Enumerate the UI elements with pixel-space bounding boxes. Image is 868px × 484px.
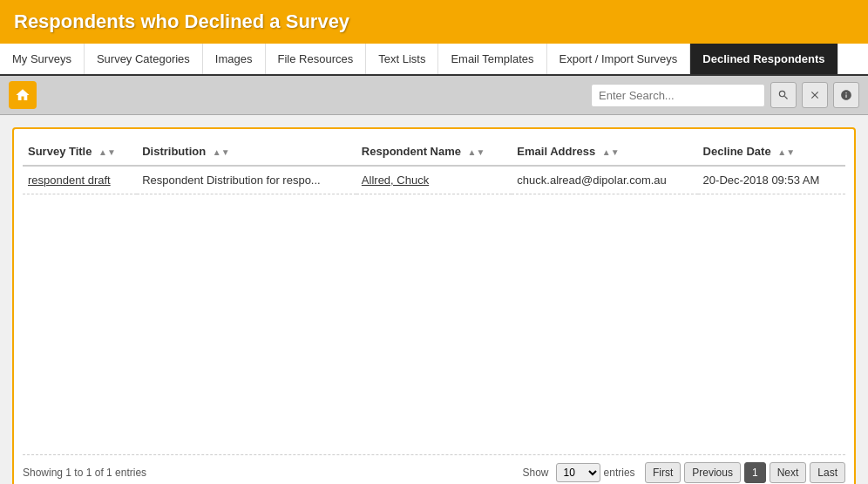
entries-label: entries — [604, 467, 635, 479]
table-header-row: Survey Title ▲▼Distribution ▲▼Respondent… — [23, 138, 845, 166]
col-header-respondent-name[interactable]: Respondent Name ▲▼ — [356, 138, 512, 166]
col-header-email-address[interactable]: Email Address ▲▼ — [512, 138, 697, 166]
table-row: respondent draftRespondent Distribution … — [23, 166, 845, 194]
nav-item-my-surveys[interactable]: My Surveys — [0, 44, 85, 74]
first-page-button[interactable]: First — [645, 462, 681, 483]
page-header: Respondents who Declined a Survey — [0, 0, 868, 44]
pagination: Show 10 25 50 100 entries First Previous… — [523, 462, 845, 483]
decline-date-cell: 20-Dec-2018 09:53 AM — [698, 166, 845, 194]
survey-title-cell[interactable]: respondent draft — [23, 166, 137, 194]
per-page-select[interactable]: 10 25 50 100 — [556, 463, 600, 482]
sort-arrow: ▲▼ — [602, 147, 620, 157]
sort-arrow: ▲▼ — [777, 147, 795, 157]
distribution-cell: Respondent Distribution for respo... — [137, 166, 356, 194]
main-nav: My SurveysSurvey CategoriesImagesFile Re… — [0, 44, 868, 76]
col-header-survey-title[interactable]: Survey Title ▲▼ — [23, 138, 137, 166]
col-header-decline-date[interactable]: Decline Date ▲▼ — [698, 138, 845, 166]
nav-item-file-resources[interactable]: File Resources — [266, 44, 367, 74]
clear-search-button[interactable] — [802, 82, 828, 108]
table-footer: Showing 1 to 1 of 1 entries Show 10 25 5… — [23, 454, 845, 483]
sort-arrow: ▲▼ — [213, 147, 230, 157]
nav-item-declined-respondents[interactable]: Declined Respondents — [690, 44, 837, 74]
next-page-button[interactable]: Next — [770, 462, 807, 483]
main-content: Survey Title ▲▼Distribution ▲▼Respondent… — [0, 115, 868, 484]
nav-item-email-templates[interactable]: Email Templates — [438, 44, 546, 74]
sort-arrow: ▲▼ — [468, 147, 485, 157]
nav-item-text-lists[interactable]: Text Lists — [366, 44, 438, 74]
previous-page-button[interactable]: Previous — [684, 462, 741, 483]
nav-item-images[interactable]: Images — [203, 44, 266, 74]
content-box: Survey Title ▲▼Distribution ▲▼Respondent… — [12, 127, 856, 484]
page-title: Respondents who Declined a Survey — [14, 10, 854, 33]
current-page-button[interactable]: 1 — [744, 462, 766, 483]
search-button[interactable] — [770, 82, 797, 108]
toolbar — [0, 76, 868, 115]
show-label: Show — [523, 467, 549, 479]
respondents-table: Survey Title ▲▼Distribution ▲▼Respondent… — [23, 138, 845, 194]
respondent-name-cell[interactable]: Allred, Chuck — [356, 166, 512, 194]
email-cell: chuck.alread@dipolar.com.au — [512, 166, 697, 194]
nav-item-survey-categories[interactable]: Survey Categories — [85, 44, 203, 74]
showing-entries: Showing 1 to 1 of 1 entries — [23, 467, 146, 479]
home-icon[interactable] — [9, 81, 37, 109]
col-header-distribution[interactable]: Distribution ▲▼ — [137, 138, 356, 166]
search-input[interactable] — [591, 84, 765, 107]
sort-arrow: ▲▼ — [98, 147, 116, 157]
info-button[interactable] — [833, 82, 859, 108]
nav-item-export-import[interactable]: Export / Import Surveys — [547, 44, 691, 74]
last-page-button[interactable]: Last — [810, 462, 845, 483]
